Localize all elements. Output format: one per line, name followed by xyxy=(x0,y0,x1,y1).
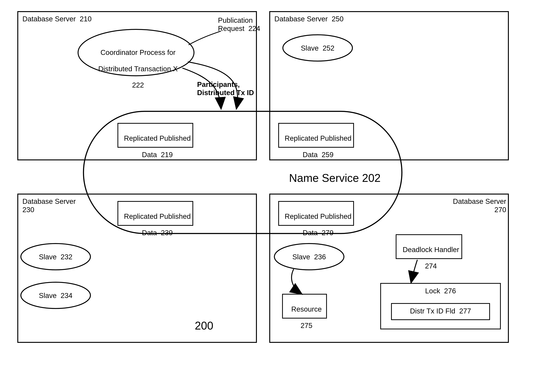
rpd-219-l2: Data 219 xyxy=(142,151,173,159)
rpd-239-l2: Data 239 xyxy=(142,229,173,237)
rpd-219-text: Replicated Published Data 219 xyxy=(117,126,193,159)
server-230-label: Database Server 230 xyxy=(22,197,76,214)
slave-232-label: Slave 232 xyxy=(32,253,79,261)
resource-l1: Resource xyxy=(291,305,322,313)
rpd-239-l1: Replicated Published xyxy=(124,212,191,220)
resource-l2: 275 xyxy=(301,321,312,329)
rpd-219-l1: Replicated Published xyxy=(124,134,191,142)
coordinator-text: Coordinator Process for Distributed Tran… xyxy=(88,40,184,89)
resource-text: Resource 275 xyxy=(282,297,327,330)
publication-request-label: Publication Request 224 xyxy=(218,16,284,33)
rpd-259-l1: Replicated Published xyxy=(285,134,352,142)
rpd-239-text: Replicated Published Data 239 xyxy=(117,204,193,237)
distr-fld-label: Distr Tx ID Fld 277 xyxy=(391,307,490,315)
deadlock-handler-text: Deadlock Handler 274 xyxy=(396,237,462,270)
server-250-label: Database Server 250 xyxy=(274,15,344,23)
participants-label: Participants, Distributed Tx ID xyxy=(197,80,277,97)
server-210-label: Database Server 210 xyxy=(22,15,92,23)
figure-id-200: 200 xyxy=(195,319,213,332)
rpd-279-l1: Replicated Published xyxy=(285,212,352,220)
name-service-label: Name Service 202 xyxy=(289,172,380,184)
rpd-279-l2: Data 279 xyxy=(303,229,333,237)
coord-l1: Coordinator Process for xyxy=(100,48,176,57)
slave-252-label: Slave 252 xyxy=(294,44,341,52)
deadlock-l1: Deadlock Handler xyxy=(403,246,459,254)
rpd-259-text: Replicated Published Data 259 xyxy=(278,126,354,159)
lock-276-label: Lock 276 xyxy=(380,287,501,295)
deadlock-l2: 274 xyxy=(425,262,437,270)
rpd-279-text: Replicated Published Data 279 xyxy=(278,204,354,237)
server-270-label: Database Server 270 xyxy=(453,197,506,214)
coord-l3: 222 xyxy=(132,81,144,89)
slave-234-label: Slave 234 xyxy=(32,292,79,300)
slave-236-label: Slave 236 xyxy=(286,253,332,261)
coord-l2: Distributed Transaction X xyxy=(98,65,178,73)
rpd-259-l2: Data 259 xyxy=(303,151,333,159)
